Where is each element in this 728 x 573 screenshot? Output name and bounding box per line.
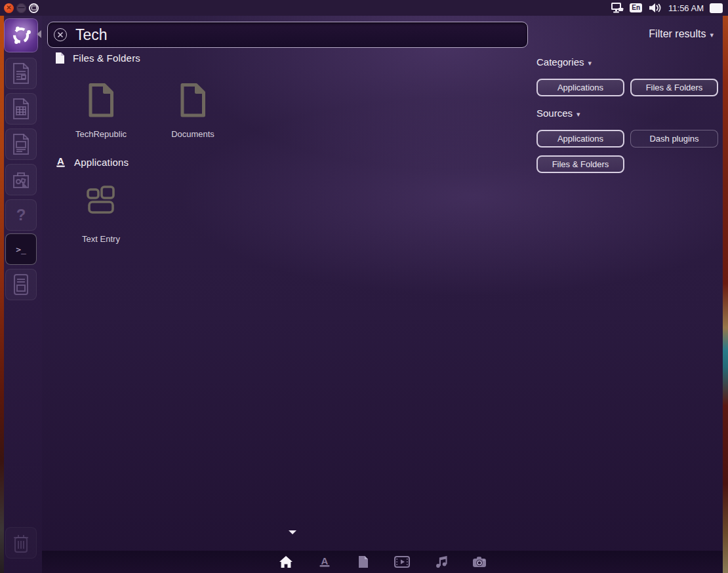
libreoffice-writer-icon xyxy=(11,62,31,85)
result-item-label: Documents xyxy=(147,129,239,139)
clock-label: 11:56 AM xyxy=(668,3,704,13)
indicator-area: En 11:56 AM xyxy=(610,2,728,14)
svg-text:A: A xyxy=(57,156,64,167)
document-icon xyxy=(86,83,116,118)
desktop-wallpaper-right-edge xyxy=(723,16,728,573)
music-lens-icon xyxy=(434,555,447,568)
dash-focus-arrow xyxy=(37,30,41,38)
section-title: Applications xyxy=(74,157,129,168)
lens-photos[interactable] xyxy=(472,555,487,569)
result-item-text-entry[interactable]: Text Entry xyxy=(55,184,147,244)
filter-group-sources[interactable]: Sources▾ xyxy=(536,108,580,119)
svg-text:A: A xyxy=(321,555,328,566)
desktop-wallpaper-left-edge xyxy=(0,16,4,573)
launcher-item-help[interactable]: ? xyxy=(5,199,37,231)
active-lens-indicator xyxy=(289,530,296,534)
keyboard-layout-badge: En xyxy=(630,3,642,12)
unity-dash-screen: ✕ — En xyxy=(0,0,728,573)
launcher-item-text-editor[interactable] xyxy=(5,269,37,300)
result-item-label: TechRepublic xyxy=(55,129,147,139)
ubuntu-dash-button[interactable] xyxy=(4,18,38,52)
clear-search-button[interactable] xyxy=(54,28,67,41)
lens-music[interactable] xyxy=(433,555,449,569)
filter-button-sources-dash-plugins[interactable]: Dash plugins xyxy=(630,130,718,148)
filter-results-label: Filter results xyxy=(649,28,706,39)
dash-search-bar xyxy=(47,22,528,48)
close-icon: ✕ xyxy=(6,5,11,11)
section-header-files-folders[interactable]: Files & Folders xyxy=(55,52,140,64)
files-folders-section-icon xyxy=(55,52,65,64)
document-icon xyxy=(178,83,208,118)
applications-section-icon: A xyxy=(55,156,66,168)
filter-group-categories[interactable]: Categories▾ xyxy=(536,56,592,68)
filter-group-label: Categories xyxy=(536,56,584,68)
lens-files[interactable] xyxy=(355,555,371,569)
filter-button-sources-applications[interactable]: Applications xyxy=(536,130,624,148)
text-editor-icon xyxy=(12,273,30,296)
lens-video[interactable] xyxy=(394,555,410,569)
filter-group-label: Sources xyxy=(536,108,573,119)
clock-indicator[interactable]: 11:56 AM xyxy=(668,3,704,13)
launcher-item-libreoffice-calc[interactable] xyxy=(5,93,37,125)
launcher-item-trash[interactable] xyxy=(5,527,37,559)
lens-home[interactable] xyxy=(278,555,294,569)
filter-results-toggle[interactable]: Filter results▾ xyxy=(649,28,714,40)
launcher-item-libreoffice-writer[interactable] xyxy=(5,58,37,89)
chevron-down-icon: ▾ xyxy=(588,59,592,67)
launcher-item-libreoffice-impress[interactable] xyxy=(5,128,37,160)
text-entry-icon xyxy=(85,184,117,216)
lens-bar: A xyxy=(42,551,723,573)
launcher-item-ubuntu-software[interactable] xyxy=(5,164,37,195)
result-item-documents[interactable]: Documents xyxy=(147,83,239,139)
launcher-item-terminal[interactable]: >_ xyxy=(5,233,37,265)
volume-icon xyxy=(648,3,662,13)
unity-launcher: ? >_ xyxy=(4,16,42,573)
top-panel: ✕ — En xyxy=(0,0,728,16)
minimize-button[interactable]: — xyxy=(16,3,26,13)
camera-icon xyxy=(472,556,487,568)
video-lens-icon xyxy=(394,556,410,568)
maximize-icon xyxy=(31,6,37,10)
section-title: Files & Folders xyxy=(73,52,140,64)
ubuntu-logo-icon xyxy=(10,24,32,47)
minimize-icon: — xyxy=(18,5,25,11)
libreoffice-calc-icon xyxy=(11,98,31,120)
keyboard-indicator[interactable]: En xyxy=(630,3,642,12)
result-item-techrepublic[interactable]: TechRepublic xyxy=(55,83,147,139)
terminal-icon: >_ xyxy=(16,245,26,254)
help-icon: ? xyxy=(16,206,26,224)
chevron-down-icon: ▾ xyxy=(710,31,714,39)
close-button[interactable]: ✕ xyxy=(4,3,14,13)
sound-indicator[interactable] xyxy=(648,3,662,13)
result-item-label: Text Entry xyxy=(55,234,147,244)
clear-x-icon xyxy=(58,32,64,38)
ubuntu-software-icon xyxy=(10,169,31,190)
section-header-applications[interactable]: A Applications xyxy=(55,156,129,168)
network-icon xyxy=(610,2,624,14)
files-lens-icon xyxy=(358,555,369,568)
filter-button-categories-files-folders[interactable]: Files & Folders xyxy=(630,79,718,96)
window-controls: ✕ — xyxy=(4,3,39,13)
home-icon xyxy=(279,555,293,568)
filter-button-categories-applications[interactable]: Applications xyxy=(536,79,624,96)
network-indicator[interactable] xyxy=(610,2,624,14)
lens-applications[interactable]: A xyxy=(317,555,333,569)
trash-icon xyxy=(12,532,30,553)
chevron-down-icon: ▾ xyxy=(576,110,580,118)
session-indicator[interactable] xyxy=(710,3,723,13)
search-input[interactable] xyxy=(74,22,516,47)
applications-lens-icon: A xyxy=(317,555,332,568)
filter-button-sources-files-folders[interactable]: Files & Folders xyxy=(536,155,624,173)
session-icon xyxy=(710,3,723,13)
maximize-button[interactable] xyxy=(29,3,39,13)
libreoffice-impress-icon xyxy=(11,133,31,155)
